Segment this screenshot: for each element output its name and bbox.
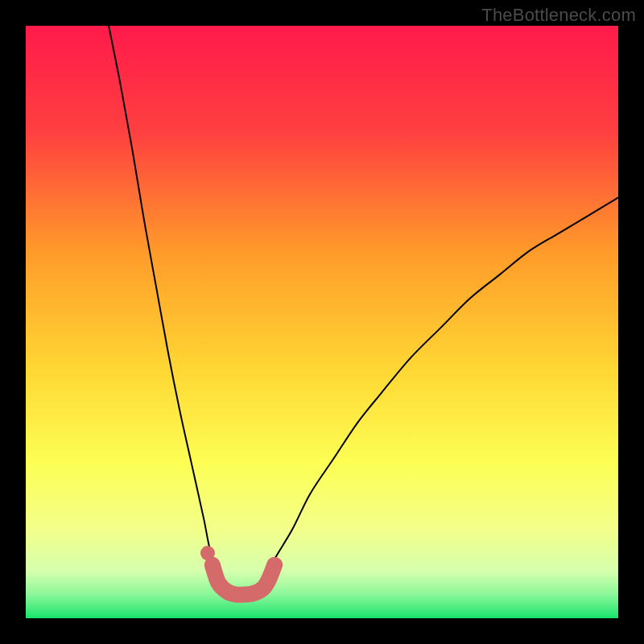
gradient-background — [26, 26, 618, 618]
bottleneck-chart — [26, 26, 618, 618]
chart-frame: TheBottleneck.com — [0, 0, 644, 644]
watermark-text: TheBottleneck.com — [481, 5, 636, 26]
valley-marker-dot — [200, 546, 215, 560]
plot-area — [26, 26, 618, 618]
